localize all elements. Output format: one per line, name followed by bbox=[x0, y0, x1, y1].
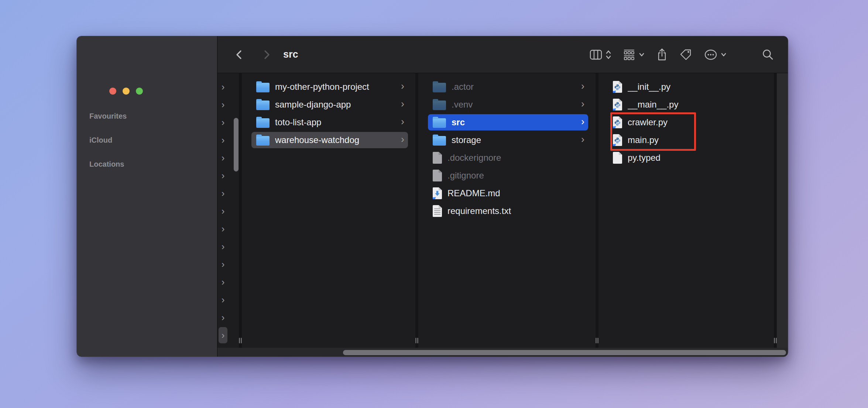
file-row-__main__.py[interactable]: __main__.py bbox=[608, 96, 766, 113]
chevron-right-icon: › bbox=[581, 117, 584, 127]
back-button[interactable] bbox=[231, 44, 248, 66]
folder-icon bbox=[256, 83, 270, 92]
toolbar-actions bbox=[589, 36, 775, 73]
markdown-file-icon bbox=[433, 187, 442, 199]
item-name: toto-list-app bbox=[275, 117, 398, 127]
item-name: __init__.py bbox=[628, 82, 763, 92]
divider-handle-icon[interactable] bbox=[416, 338, 418, 343]
collapsed-row-chevron[interactable]: › bbox=[219, 167, 227, 184]
file-row-py.typed[interactable]: py.typed bbox=[608, 150, 766, 166]
column-next-empty bbox=[777, 73, 788, 348]
group-by-button[interactable] bbox=[622, 49, 645, 61]
file-badge-icon bbox=[611, 125, 616, 130]
finder-toolbar: src bbox=[217, 36, 788, 73]
file-row-crawler.py[interactable]: crawler.py bbox=[608, 114, 766, 130]
column-divider[interactable] bbox=[415, 73, 418, 348]
collapsed-row-chevron[interactable]: › bbox=[219, 203, 227, 219]
collapsed-row-chevron[interactable]: › bbox=[219, 274, 227, 290]
folder-icon bbox=[433, 118, 446, 128]
forward-button[interactable] bbox=[258, 44, 275, 66]
folder-icon bbox=[256, 118, 270, 128]
file-row-__init__.py[interactable]: __init__.py bbox=[608, 79, 766, 95]
zoom-button[interactable] bbox=[136, 88, 143, 95]
desktop-wallpaper: FavouritesiCloudLocations src bbox=[0, 0, 868, 408]
chevron-right-icon: › bbox=[581, 81, 584, 91]
python-file-icon bbox=[613, 116, 622, 128]
group-by-icon bbox=[622, 49, 636, 61]
sidebar-section-favourites: Favourites bbox=[89, 112, 127, 136]
column-view-icon bbox=[589, 49, 603, 61]
sidebar-sections: FavouritesiCloudLocations bbox=[89, 112, 127, 184]
item-name: storage bbox=[452, 135, 578, 145]
collapsed-row-chevron[interactable]: › bbox=[219, 292, 227, 308]
search-icon bbox=[761, 48, 775, 61]
horizontal-scrollbar-thumb[interactable] bbox=[343, 350, 786, 355]
folder-row-src[interactable]: src› bbox=[428, 114, 588, 130]
item-name: requirements.txt bbox=[447, 206, 584, 216]
share-button[interactable] bbox=[656, 48, 668, 62]
more-actions-button[interactable] bbox=[704, 49, 727, 61]
folder-row-toto-list-app[interactable]: toto-list-app› bbox=[251, 114, 408, 130]
file-row-.dockerignore[interactable]: .dockerignore bbox=[428, 150, 588, 166]
python-file-icon bbox=[613, 99, 622, 110]
folder-icon bbox=[256, 136, 270, 146]
collapsed-row-chevron[interactable]: › bbox=[219, 114, 227, 130]
horizontal-scrollbar-track[interactable] bbox=[217, 348, 788, 357]
folder-row-storage[interactable]: storage› bbox=[428, 132, 588, 148]
column-divider[interactable] bbox=[774, 73, 777, 348]
folder-row-.actor[interactable]: .actor› bbox=[428, 79, 588, 95]
item-name: .gitignore bbox=[447, 170, 584, 181]
column-view-button[interactable] bbox=[589, 49, 611, 61]
file-row-requirements.txt[interactable]: requirements.txt bbox=[428, 203, 588, 219]
file-row-.gitignore[interactable]: .gitignore bbox=[428, 167, 588, 184]
blank-file-icon bbox=[433, 152, 442, 164]
close-button[interactable] bbox=[109, 88, 116, 95]
view-stepper-icon bbox=[605, 50, 611, 59]
file-badge-icon bbox=[611, 143, 616, 148]
divider-handle-icon[interactable] bbox=[239, 338, 242, 343]
folder-row-.venv[interactable]: .venv› bbox=[428, 96, 588, 113]
folder-icon bbox=[433, 83, 446, 92]
column-divider[interactable] bbox=[239, 73, 242, 348]
chevron-right-icon: › bbox=[581, 135, 584, 144]
folder-row-my-other-python-project[interactable]: my-other-python-project› bbox=[251, 79, 408, 95]
chevron-right-icon: › bbox=[401, 99, 404, 109]
file-row-main.py[interactable]: main.py bbox=[608, 132, 766, 148]
tags-button[interactable] bbox=[679, 48, 693, 61]
collapsed-row-chevron[interactable]: › bbox=[219, 221, 227, 237]
sidebar-section-locations: Locations bbox=[89, 160, 127, 184]
minimize-button[interactable] bbox=[123, 88, 130, 95]
text-file-icon bbox=[433, 205, 442, 217]
item-name: .dockerignore bbox=[447, 153, 584, 163]
collapsed-row-chevron[interactable]: › bbox=[219, 132, 227, 148]
python-logo-icon bbox=[614, 84, 621, 91]
collapsed-row-chevron[interactable]: › bbox=[219, 79, 227, 95]
vertical-scrollbar-thumb[interactable] bbox=[234, 118, 239, 171]
folder-row-sample-django-app[interactable]: sample-django-app› bbox=[251, 96, 408, 113]
collapsed-row-chevron[interactable]: › bbox=[219, 150, 227, 166]
folder-row-warehouse-watchdog[interactable]: warehouse-watchdog› bbox=[251, 132, 408, 148]
divider-handle-icon[interactable] bbox=[596, 338, 598, 343]
item-name: my-other-python-project bbox=[275, 82, 398, 92]
collapsed-row-chevron[interactable]: › bbox=[219, 185, 227, 201]
collapsed-row-chevron[interactable]: › bbox=[219, 309, 227, 326]
item-name: py.typed bbox=[628, 153, 763, 163]
file-badge-icon bbox=[611, 107, 616, 112]
chevron-down-icon bbox=[721, 52, 727, 57]
file-row-README.md[interactable]: README.md bbox=[428, 185, 588, 201]
column-divider[interactable] bbox=[596, 73, 598, 348]
collapsed-row-chevron[interactable]: › bbox=[219, 327, 227, 343]
item-name: .actor bbox=[452, 82, 578, 92]
finder-sidebar: FavouritesiCloudLocations bbox=[77, 36, 217, 357]
search-button[interactable] bbox=[761, 48, 775, 61]
chevron-right-icon: › bbox=[401, 81, 404, 91]
collapsed-row-chevron[interactable]: › bbox=[219, 96, 227, 113]
item-name: README.md bbox=[447, 188, 584, 198]
divider-handle-icon[interactable] bbox=[774, 338, 777, 343]
collapsed-row-chevron[interactable]: › bbox=[219, 256, 227, 272]
collapsed-row-chevron[interactable]: › bbox=[219, 238, 227, 255]
finder-window: FavouritesiCloudLocations src bbox=[76, 36, 788, 357]
window-title: src bbox=[283, 49, 298, 60]
chevron-right-icon: › bbox=[401, 117, 404, 127]
python-logo-icon bbox=[614, 137, 621, 144]
